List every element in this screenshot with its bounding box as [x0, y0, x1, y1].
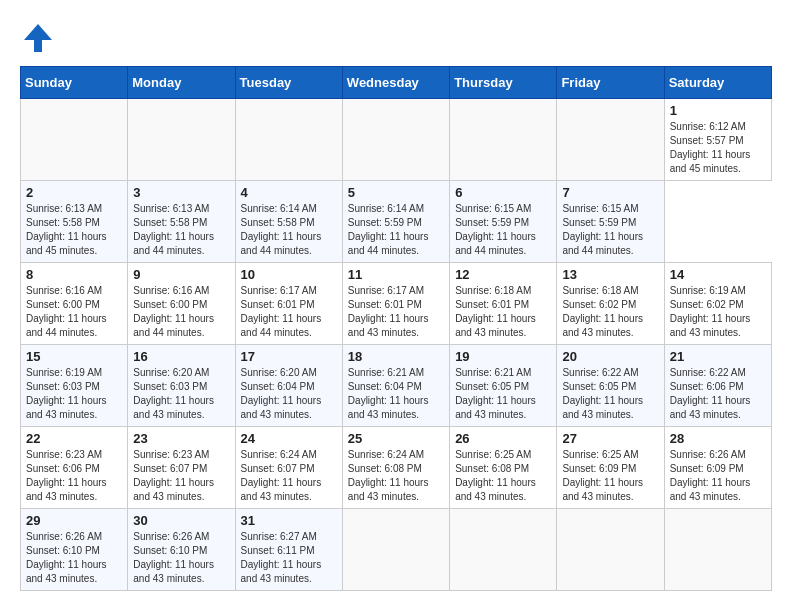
day-info: Sunrise: 6:16 AM Sunset: 6:00 PM Dayligh…: [26, 284, 122, 340]
sunrise-label: Sunrise:: [562, 203, 601, 214]
day-number: 24: [241, 431, 337, 446]
sunrise-time: 6:15 AM: [602, 203, 639, 214]
sunrise-label: Sunrise:: [26, 449, 65, 460]
sunset-time: 5:58 PM: [170, 217, 207, 228]
calendar-header-row: SundayMondayTuesdayWednesdayThursdayFrid…: [21, 67, 772, 99]
calendar-cell: 5 Sunrise: 6:14 AM Sunset: 5:59 PM Dayli…: [342, 181, 449, 263]
sunrise-label: Sunrise:: [241, 285, 280, 296]
sunset-label: Sunset:: [455, 217, 492, 228]
sunset-label: Sunset:: [26, 463, 63, 474]
calendar-cell: [128, 99, 235, 181]
calendar-cell: 9 Sunrise: 6:16 AM Sunset: 6:00 PM Dayli…: [128, 263, 235, 345]
sunset-label: Sunset:: [348, 463, 385, 474]
day-info: Sunrise: 6:15 AM Sunset: 5:59 PM Dayligh…: [455, 202, 551, 258]
daylight-label: Daylight:: [133, 313, 175, 324]
sunset-label: Sunset:: [133, 381, 170, 392]
sunset-label: Sunset:: [26, 545, 63, 556]
sunset-time: 6:08 PM: [492, 463, 529, 474]
day-info: Sunrise: 6:18 AM Sunset: 6:02 PM Dayligh…: [562, 284, 658, 340]
day-number: 8: [26, 267, 122, 282]
day-info: Sunrise: 6:26 AM Sunset: 6:10 PM Dayligh…: [26, 530, 122, 586]
calendar-cell: 10 Sunrise: 6:17 AM Sunset: 6:01 PM Dayl…: [235, 263, 342, 345]
sunrise-time: 6:21 AM: [387, 367, 424, 378]
sunset-label: Sunset:: [455, 463, 492, 474]
sunrise-label: Sunrise:: [241, 449, 280, 460]
sunset-time: 5:58 PM: [63, 217, 100, 228]
day-number: 18: [348, 349, 444, 364]
sunset-time: 6:02 PM: [599, 299, 636, 310]
sunrise-time: 6:19 AM: [65, 367, 102, 378]
sunrise-time: 6:24 AM: [280, 449, 317, 460]
sunset-label: Sunset:: [348, 217, 385, 228]
daylight-label: Daylight:: [26, 313, 68, 324]
week-row-5: 22 Sunrise: 6:23 AM Sunset: 6:06 PM Dayl…: [21, 427, 772, 509]
sunrise-label: Sunrise:: [133, 203, 172, 214]
day-number: 7: [562, 185, 658, 200]
day-info: Sunrise: 6:17 AM Sunset: 6:01 PM Dayligh…: [348, 284, 444, 340]
daylight-label: Daylight:: [670, 477, 712, 488]
sunset-time: 6:09 PM: [706, 463, 743, 474]
day-info: Sunrise: 6:25 AM Sunset: 6:08 PM Dayligh…: [455, 448, 551, 504]
day-info: Sunrise: 6:21 AM Sunset: 6:04 PM Dayligh…: [348, 366, 444, 422]
day-info: Sunrise: 6:21 AM Sunset: 6:05 PM Dayligh…: [455, 366, 551, 422]
day-number: 30: [133, 513, 229, 528]
day-info: Sunrise: 6:12 AM Sunset: 5:57 PM Dayligh…: [670, 120, 766, 176]
sunrise-time: 6:23 AM: [65, 449, 102, 460]
daylight-label: Daylight:: [348, 477, 390, 488]
sunset-time: 6:07 PM: [170, 463, 207, 474]
daylight-label: Daylight:: [26, 559, 68, 570]
daylight-label: Daylight:: [241, 313, 283, 324]
sunset-label: Sunset:: [241, 299, 278, 310]
daylight-label: Daylight:: [241, 477, 283, 488]
sunset-label: Sunset:: [670, 299, 707, 310]
sunrise-time: 6:18 AM: [602, 285, 639, 296]
calendar-cell: 6 Sunrise: 6:15 AM Sunset: 5:59 PM Dayli…: [450, 181, 557, 263]
calendar-cell: 27 Sunrise: 6:25 AM Sunset: 6:09 PM Dayl…: [557, 427, 664, 509]
sunrise-label: Sunrise:: [562, 367, 601, 378]
sunset-time: 6:06 PM: [63, 463, 100, 474]
logo-icon: [20, 20, 56, 56]
day-header-tuesday: Tuesday: [235, 67, 342, 99]
day-info: Sunrise: 6:26 AM Sunset: 6:10 PM Dayligh…: [133, 530, 229, 586]
page-header: [20, 20, 772, 56]
sunset-time: 6:04 PM: [277, 381, 314, 392]
day-info: Sunrise: 6:23 AM Sunset: 6:07 PM Dayligh…: [133, 448, 229, 504]
sunset-time: 5:59 PM: [492, 217, 529, 228]
daylight-label: Daylight:: [562, 313, 604, 324]
sunset-label: Sunset:: [670, 463, 707, 474]
sunrise-label: Sunrise:: [133, 285, 172, 296]
calendar-cell: 23 Sunrise: 6:23 AM Sunset: 6:07 PM Dayl…: [128, 427, 235, 509]
daylight-label: Daylight:: [133, 477, 175, 488]
calendar-cell: 25 Sunrise: 6:24 AM Sunset: 6:08 PM Dayl…: [342, 427, 449, 509]
sunrise-label: Sunrise:: [348, 203, 387, 214]
week-row-6: 29 Sunrise: 6:26 AM Sunset: 6:10 PM Dayl…: [21, 509, 772, 591]
daylight-label: Daylight:: [26, 477, 68, 488]
sunrise-label: Sunrise:: [670, 367, 709, 378]
daylight-label: Daylight:: [241, 231, 283, 242]
calendar-cell: [342, 509, 449, 591]
calendar-cell: [235, 99, 342, 181]
calendar-cell: 13 Sunrise: 6:18 AM Sunset: 6:02 PM Dayl…: [557, 263, 664, 345]
sunset-label: Sunset:: [133, 545, 170, 556]
sunset-time: 5:59 PM: [599, 217, 636, 228]
sunrise-label: Sunrise:: [241, 367, 280, 378]
sunrise-time: 6:26 AM: [173, 531, 210, 542]
sunrise-label: Sunrise:: [133, 367, 172, 378]
calendar-cell: [557, 509, 664, 591]
sunrise-time: 6:25 AM: [602, 449, 639, 460]
daylight-label: Daylight:: [348, 395, 390, 406]
daylight-label: Daylight:: [562, 395, 604, 406]
calendar-cell: 21 Sunrise: 6:22 AM Sunset: 6:06 PM Dayl…: [664, 345, 771, 427]
sunrise-time: 6:24 AM: [387, 449, 424, 460]
sunrise-label: Sunrise:: [455, 285, 494, 296]
sunrise-time: 6:16 AM: [65, 285, 102, 296]
calendar-cell: 22 Sunrise: 6:23 AM Sunset: 6:06 PM Dayl…: [21, 427, 128, 509]
daylight-label: Daylight:: [26, 395, 68, 406]
day-info: Sunrise: 6:22 AM Sunset: 6:06 PM Dayligh…: [670, 366, 766, 422]
calendar-cell: 2 Sunrise: 6:13 AM Sunset: 5:58 PM Dayli…: [21, 181, 128, 263]
daylight-label: Daylight:: [348, 313, 390, 324]
sunset-label: Sunset:: [133, 299, 170, 310]
sunset-time: 5:57 PM: [706, 135, 743, 146]
sunrise-time: 6:17 AM: [387, 285, 424, 296]
calendar-cell: 14 Sunrise: 6:19 AM Sunset: 6:02 PM Dayl…: [664, 263, 771, 345]
